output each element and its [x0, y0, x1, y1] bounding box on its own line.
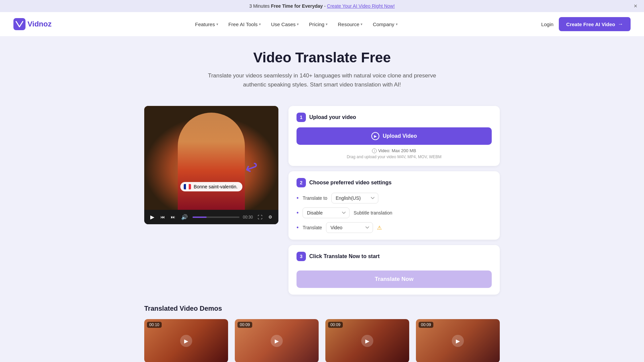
forward-button[interactable]: ⏭	[169, 214, 176, 220]
subtitle-select[interactable]: Disable Enable	[303, 207, 350, 218]
page-title: Video Translate Free	[7, 50, 637, 66]
demo-thumb-3: 00:09 ▶	[325, 319, 409, 362]
upload-video-button[interactable]: ▶ Upload Video	[297, 127, 492, 145]
step-1-title: Upload your video	[309, 114, 356, 120]
info-circle-icon: i	[372, 148, 377, 153]
demo-card-1[interactable]: 00:10 ▶ Original English Video 2024/01/1…	[144, 319, 228, 362]
logo-text: Vidnoz	[28, 20, 52, 28]
demos-section: Translated Video Demos 00:10 ▶ Original …	[138, 305, 506, 362]
translate-type-label: Translate	[303, 225, 322, 230]
settings-button[interactable]: ⚙	[267, 214, 274, 220]
banner-highlight: Free Time for Everyday	[271, 3, 323, 9]
rewind-button[interactable]: ⏮	[159, 214, 166, 220]
top-banner: 3 Minutes Free Time for Everyday - Creat…	[0, 0, 644, 12]
step-3-header: 3 Click Translate Now to start	[297, 252, 492, 261]
step-panel: 1 Upload your video ▶ Upload Video i Vid…	[288, 106, 500, 295]
translate-type-info-button[interactable]: ⚠	[377, 225, 382, 231]
translate-to-row: • Translate to English(US) French German…	[297, 193, 492, 203]
translate-to-select[interactable]: English(US) French German Spanish Chines…	[331, 193, 378, 203]
person-silhouette	[178, 113, 245, 210]
video-thumbnail[interactable]: ↩ Bonne saint-valentin.	[144, 106, 278, 210]
logo-icon	[13, 18, 25, 30]
step-2-header: 2 Choose preferred video settings	[297, 178, 492, 187]
max-size-text: i Video: Max 200 MB	[297, 148, 492, 153]
formats-text: Drag and upload your video M4V, MP4, MOV…	[297, 155, 492, 159]
company-chevron-icon: ▾	[396, 22, 398, 26]
demo-card-4[interactable]: 00:09 ▶ Translated to Spain 2024/01/11 1…	[416, 319, 500, 362]
video-player: ↩ Bonne saint-valentin. ▶ ⏮ ⏭ 🔊 00:30 ⛶ …	[144, 106, 278, 224]
upload-play-icon: ▶	[371, 132, 379, 140]
step-3-title: Click Translate Now to start	[309, 253, 380, 259]
subtitle-dot: •	[297, 209, 299, 217]
demos-grid: 00:10 ▶ Original English Video 2024/01/1…	[144, 319, 500, 362]
close-banner-button[interactable]: ×	[634, 3, 637, 10]
svg-rect-0	[13, 18, 25, 30]
demo-3-duration: 00:09	[328, 322, 343, 328]
translate-type-dot: •	[297, 224, 299, 231]
demo-2-play-icon: ▶	[271, 335, 283, 347]
translate-type-select[interactable]: Video Audio only	[326, 222, 373, 233]
video-duration: 00:30	[243, 215, 253, 220]
free-ai-tools-chevron-icon: ▾	[259, 22, 261, 26]
demo-4-duration: 00:09	[419, 322, 433, 328]
demo-thumb-4: 00:09 ▶	[416, 319, 500, 362]
nav-actions: Login Create Free AI Video →	[541, 17, 631, 31]
demo-1-play-icon: ▶	[180, 335, 192, 347]
demo-2-duration: 00:09	[237, 322, 252, 328]
demo-3-play-icon: ▶	[361, 335, 373, 347]
translate-type-row: • Translate Video Audio only ⚠	[297, 222, 492, 233]
subtitle-text: Bonne saint-valentin.	[194, 184, 238, 189]
demo-card-2[interactable]: 00:09 ▶ Translated to French 2024/01/11 …	[235, 319, 319, 362]
resource-chevron-icon: ▾	[361, 22, 363, 26]
subtitle-translation-label: Subtitle translation	[354, 210, 392, 216]
translate-to-label: Translate to	[303, 195, 327, 201]
hero-section: Video Translate Free Translate your vide…	[0, 36, 644, 96]
subtitle-row: • Disable Enable Subtitle translation	[297, 207, 492, 218]
expand-button[interactable]: ⛶	[256, 214, 264, 221]
nav-free-ai-tools[interactable]: Free AI Tools ▾	[228, 21, 261, 27]
nav-links: Features ▾ Free AI Tools ▾ Use Cases ▾ P…	[195, 21, 398, 27]
demo-thumb-1: 00:10 ▶	[144, 319, 228, 362]
demo-1-duration: 00:10	[147, 322, 162, 328]
step-2-title: Choose preferred video settings	[309, 180, 391, 186]
nav-use-cases[interactable]: Use Cases ▾	[271, 21, 299, 27]
step-2-card: 2 Choose preferred video settings • Tran…	[288, 171, 500, 240]
step-1-header: 1 Upload your video	[297, 113, 492, 122]
banner-link[interactable]: Create Your AI Video Right Now!	[327, 3, 395, 9]
step-1-card: 1 Upload your video ▶ Upload Video i Vid…	[288, 106, 500, 166]
nav-features[interactable]: Features ▾	[195, 21, 218, 27]
banner-separator: -	[324, 3, 327, 9]
pricing-chevron-icon: ▾	[326, 22, 328, 26]
video-controls: ▶ ⏮ ⏭ 🔊 00:30 ⛶ ⚙	[144, 210, 278, 224]
nav-resource[interactable]: Resource ▾	[338, 21, 363, 27]
progress-fill	[193, 217, 207, 218]
translate-now-button[interactable]: Translate Now	[297, 270, 492, 288]
arrow-right-icon: →	[618, 21, 623, 27]
features-chevron-icon: ▾	[216, 22, 218, 26]
logo[interactable]: Vidnoz	[13, 18, 52, 30]
step-3-number: 3	[297, 252, 306, 261]
nav-company[interactable]: Company ▾	[373, 21, 397, 27]
demos-title: Translated Video Demos	[144, 305, 500, 312]
play-button[interactable]: ▶	[149, 213, 156, 221]
login-button[interactable]: Login	[541, 21, 553, 27]
banner-text: 3 Minutes	[249, 3, 271, 9]
progress-bar[interactable]	[193, 217, 239, 218]
translate-to-dot: •	[297, 195, 299, 202]
subtitle-badge: Bonne saint-valentin.	[180, 182, 243, 191]
demo-card-3[interactable]: 00:09 ▶ Translated to German 2024/01/11 …	[325, 319, 409, 362]
hero-subtitle: Translate your videos seamlessly in 140+…	[205, 71, 439, 89]
main-content: ↩ Bonne saint-valentin. ▶ ⏮ ⏭ 🔊 00:30 ⛶ …	[138, 106, 506, 295]
navigation: Vidnoz Features ▾ Free AI Tools ▾ Use Ca…	[0, 12, 644, 36]
use-cases-chevron-icon: ▾	[297, 22, 299, 26]
upload-info: i Video: Max 200 MB Drag and upload your…	[297, 148, 492, 159]
french-flag-icon	[184, 184, 191, 189]
volume-button[interactable]: 🔊	[180, 213, 189, 221]
demo-4-play-icon: ▶	[452, 335, 464, 347]
step-3-card: 3 Click Translate Now to start Translate…	[288, 245, 500, 295]
create-free-video-button[interactable]: Create Free AI Video →	[559, 17, 631, 31]
step-2-number: 2	[297, 178, 306, 187]
nav-pricing[interactable]: Pricing ▾	[309, 21, 328, 27]
demo-thumb-2: 00:09 ▶	[235, 319, 319, 362]
step-1-number: 1	[297, 113, 306, 122]
